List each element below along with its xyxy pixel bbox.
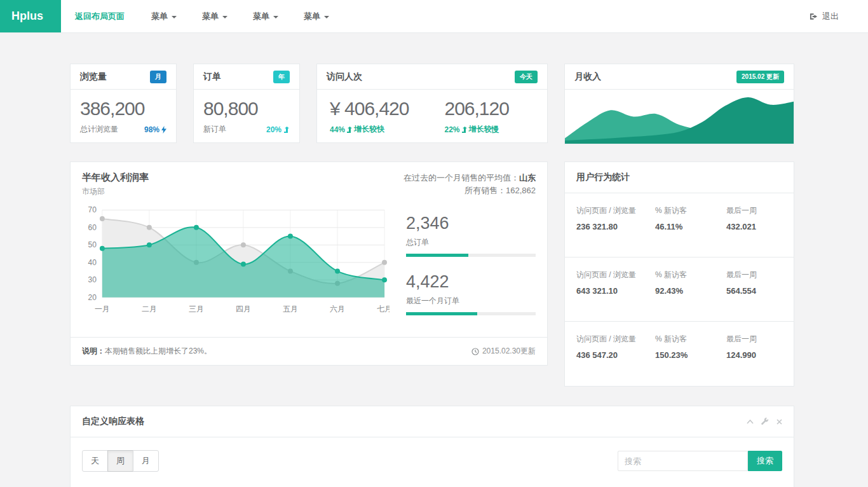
- sign-out-icon: [810, 13, 818, 20]
- brand-logo[interactable]: Hplus: [0, 0, 61, 32]
- order-stats: 2,346 总订单 4,422 最近一个月订单: [390, 205, 536, 331]
- panel-title: 用户行为统计: [576, 172, 630, 182]
- nav-menu-1[interactable]: 菜单: [139, 0, 189, 32]
- stat-card-header: 月收入 2015.02 更新: [565, 64, 794, 90]
- new-visitors-label: % 新访客: [655, 334, 726, 345]
- new-visitors-label: % 新访客: [655, 270, 726, 280]
- new-visitors-value: 46.11%: [655, 222, 726, 231]
- chevron-down-icon: [273, 16, 278, 18]
- stat-value: 80,800: [203, 98, 290, 120]
- last-week-cell: 最后一周 432.021: [726, 205, 782, 247]
- pageviews-value: 436 547.20: [576, 350, 655, 360]
- trend-value: 22%: [444, 125, 459, 134]
- stat-card-pageviews: 浏览量 月 386,200 总计浏览量 98%: [70, 64, 177, 143]
- table-panel-body: 天 周 月 搜索 项目 进度 任务 日期 操作: [71, 437, 794, 487]
- stat-trend: 44% 增长较快: [330, 124, 409, 135]
- stats-row: 浏览量 月 386,200 总计浏览量 98% 订单 年 80,: [70, 64, 794, 144]
- nav-menu-4[interactable]: 菜单: [291, 0, 342, 32]
- pageviews-label: 访问页面 / 浏览量: [576, 270, 655, 280]
- logout-label: 退出: [822, 11, 839, 22]
- svg-text:六月: 六月: [330, 305, 345, 313]
- sales-summary: 在过去的一个月销售的平均值：山东 所有销售：162,862: [403, 172, 536, 197]
- progress-fill: [406, 254, 468, 257]
- new-visitors-cell: % 新访客 46.11%: [655, 205, 726, 247]
- stat-card-visits: 访问人次 今天 ¥ 406,420 44% 增长较快 206,120 22%: [316, 64, 548, 143]
- stat-value: 386,200: [80, 98, 166, 120]
- behavior-row: 访问页面 / 浏览量 436 547.20 % 新访客 150.23% 最后一周…: [565, 322, 794, 386]
- table-toolbar: 天 周 月 搜索: [82, 450, 782, 472]
- svg-text:50: 50: [88, 240, 97, 249]
- progress-fill: [406, 312, 477, 315]
- last-week-value: 564.554: [726, 286, 782, 296]
- new-visitors-cell: % 新访客 92.43%: [655, 270, 726, 311]
- nav-menu-label: 菜单: [202, 11, 219, 22]
- pageviews-cell: 访问页面 / 浏览量 436 547.20: [576, 334, 655, 376]
- pageviews-value: 643 321.10: [576, 286, 655, 296]
- trend-desc: 增长较慢: [469, 124, 499, 135]
- range-day-button[interactable]: 天: [82, 450, 108, 472]
- nav-menu-2[interactable]: 菜单: [189, 0, 240, 32]
- nav-menu-3[interactable]: 菜单: [240, 0, 291, 32]
- total-sales-value: 162,862: [506, 186, 536, 195]
- chevron-down-icon: [222, 16, 227, 18]
- new-visitors-cell: % 新访客 150.23%: [655, 334, 726, 376]
- new-visitors-value: 150.23%: [655, 350, 726, 360]
- svg-text:二月: 二月: [142, 305, 157, 313]
- period-badge: 今天: [515, 71, 538, 83]
- pageviews-value: 236 321.80: [576, 222, 655, 231]
- panel-title: 自定义响应表格: [82, 416, 144, 427]
- svg-text:一月: 一月: [95, 305, 110, 313]
- stat-title: 浏览量: [80, 71, 107, 83]
- level-up-icon: [283, 127, 290, 133]
- svg-text:七月: 七月: [377, 305, 390, 313]
- stat-card-body: 80,800 新订单 20%: [194, 90, 299, 142]
- total-orders-label: 总订单: [406, 237, 536, 248]
- update-badge: 2015.02 更新: [736, 71, 784, 83]
- month-orders-value: 4,422: [406, 272, 536, 292]
- range-button-group: 天 周 月: [82, 450, 159, 472]
- visits-amount-col: ¥ 406,420 44% 增长较快: [330, 98, 409, 135]
- stat-trend: 22% 增长较慢: [444, 124, 508, 135]
- stat-card-body: ¥ 406,420 44% 增长较快 206,120 22% 增长较慢: [317, 90, 547, 142]
- panel-title: 半年收入利润率: [82, 172, 149, 184]
- logout-button[interactable]: 退出: [797, 11, 851, 22]
- stat-card-header: 浏览量 月: [71, 64, 176, 90]
- stat-value: ¥ 406,420: [330, 98, 409, 120]
- clock-icon: [471, 348, 479, 355]
- stat-card-monthly-income: 月收入 2015.02 更新: [564, 64, 794, 144]
- stat-card-header: 订单 年: [194, 64, 299, 90]
- range-month-button[interactable]: 月: [133, 450, 159, 472]
- collapse-button[interactable]: [747, 420, 754, 424]
- svg-text:40: 40: [88, 258, 97, 267]
- table-panel-header: 自定义响应表格: [71, 406, 794, 437]
- stat-title: 访问人次: [327, 71, 362, 83]
- sales-panel: 半年收入利润率 市场部 在过去的一个月销售的平均值：山东 所有销售：162,86…: [70, 161, 548, 366]
- behavior-row: 访问页面 / 浏览量 236 321.80 % 新访客 46.11% 最后一周 …: [565, 193, 794, 257]
- trend-value: 98%: [144, 125, 159, 134]
- wrench-icon: [761, 418, 769, 425]
- summary-label: 在过去的一个月销售的平均值：: [403, 173, 519, 182]
- trend-desc: 增长较快: [354, 124, 384, 135]
- search-button[interactable]: 搜索: [748, 451, 782, 471]
- last-updated: 2015.02.30更新: [471, 346, 536, 357]
- sales-panel-body: 一月二月三月四月五月六月七月203040506070 2,346 总订单 4,4…: [71, 201, 547, 331]
- footnote-label: 说明：: [82, 346, 105, 355]
- pageviews-cell: 访问页面 / 浏览量 643 321.10: [576, 270, 655, 311]
- stat-trend: 98%: [144, 125, 166, 134]
- bolt-icon: [161, 126, 166, 134]
- stat-label: 新订单: [203, 124, 226, 135]
- chevron-down-icon: [324, 16, 329, 18]
- nav-menu-label: 菜单: [304, 11, 320, 22]
- search-input[interactable]: [618, 451, 748, 471]
- total-orders-value: 2,346: [406, 214, 536, 233]
- close-icon: [776, 419, 782, 425]
- behavior-panel: 用户行为统计 访问页面 / 浏览量 236 321.80 % 新访客 46.11…: [564, 161, 794, 387]
- settings-button[interactable]: [761, 418, 769, 425]
- top-navbar: Hplus 返回布局页面 菜单 菜单 菜单 菜单 退出: [0, 0, 868, 33]
- search-group: 搜索: [618, 451, 782, 471]
- close-button[interactable]: [776, 419, 782, 425]
- range-week-button[interactable]: 周: [107, 450, 133, 472]
- nav-back-link[interactable]: 返回布局页面: [61, 0, 139, 32]
- pageviews-cell: 访问页面 / 浏览量 236 321.80: [576, 205, 655, 247]
- total-orders-progress: [406, 254, 536, 257]
